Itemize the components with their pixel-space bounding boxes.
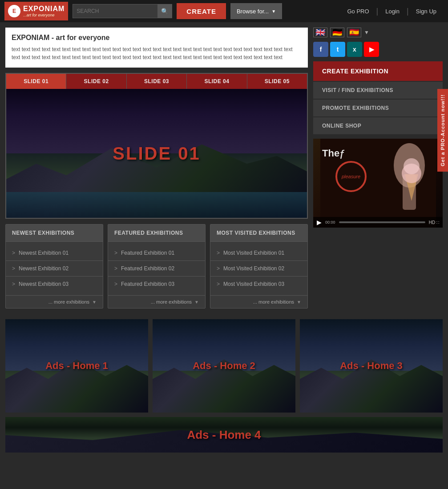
most-visited-exhibitions-list: > Most Visited Exhibition 01 > Most Visi… <box>210 242 307 295</box>
flag-de[interactable]: 🇩🇪 <box>330 28 344 37</box>
ads-row: Ads - Home 1 Ads - Home 2 Ads - Home 3 <box>0 319 448 413</box>
chevron-right-icon: > <box>217 265 220 272</box>
facebook-icon[interactable]: f <box>313 42 328 57</box>
logo-icon: E <box>8 5 20 17</box>
intro-text: text text text text text text text text … <box>12 45 302 61</box>
newest-more-exhibitions[interactable]: ... more exhibitions ▼ <box>6 295 103 308</box>
slide-tab-2[interactable]: SLIDE 02 <box>66 74 126 89</box>
newest-exhibitions-list: > Newest Exhibition 01 > Newest Exhibiti… <box>6 242 103 295</box>
ad-home-2[interactable]: Ads - Home 2 <box>153 319 295 413</box>
list-item[interactable]: > Most Visited Exhibition 03 <box>210 277 307 292</box>
ad-home-1[interactable]: Ads - Home 1 <box>5 319 148 413</box>
left-column: EXPONIAM - art for everyone text text te… <box>5 28 308 309</box>
most-visited-exhibitions-header: MOST VISITED EXHIBITIONS <box>210 224 307 242</box>
social-section: f t x ▶ <box>313 42 443 57</box>
video-title-text: The <box>322 148 339 159</box>
newest-exhibitions-card: NEWEST EXHIBITIONS > Newest Exhibition 0… <box>5 224 103 309</box>
slide-tabs: SLIDE 01 SLIDE 02 SLIDE 03 SLIDE 04 SLID… <box>6 74 307 89</box>
flag-es[interactable]: 🇪🇸 <box>347 28 361 37</box>
featured-exhibitions-card: FEATURED EXHIBITIONS > Featured Exhibiti… <box>108 224 206 309</box>
svg-point-5 <box>404 158 420 174</box>
slide-tab-5[interactable]: SLIDE 05 <box>247 74 307 89</box>
list-item[interactable]: > Featured Exhibition 03 <box>108 277 205 292</box>
exhibition-item-label: Featured Exhibition 01 <box>121 250 174 256</box>
ad-label-3: Ads - Home 3 <box>340 360 403 372</box>
slide-image: SLIDE 01 <box>6 89 307 218</box>
create-button[interactable]: CREATE <box>177 3 226 19</box>
search-input[interactable] <box>73 8 157 14</box>
featured-more-exhibitions[interactable]: ... more exhibitions ▼ <box>108 295 205 308</box>
featured-exhibitions-header: FEATURED EXHIBITIONS <box>108 224 205 242</box>
list-item[interactable]: > Newest Exhibition 02 <box>6 261 103 277</box>
video-circle-overlay: pleasure <box>335 161 367 192</box>
chevron-right-icon: > <box>12 250 15 256</box>
login-link[interactable]: Login <box>378 8 407 15</box>
pro-account-tab[interactable]: Get a PRO-Account now!!! <box>437 89 448 172</box>
chevron-down-icon: ▼ <box>92 300 97 305</box>
chevron-right-icon: > <box>12 265 15 272</box>
exhibition-item-label: Newest Exhibition 02 <box>19 265 69 272</box>
logo-sub: ...art for everyone <box>23 13 65 17</box>
video-controls: ▶ 00:00 HD ∷ <box>313 217 443 228</box>
youtube-icon[interactable]: ▶ <box>364 42 379 57</box>
video-progress-bar[interactable] <box>339 221 425 223</box>
slide-tab-3[interactable]: SLIDE 03 <box>127 74 187 89</box>
create-exhibition-button[interactable]: CREATE EXHIBITION <box>313 61 443 81</box>
exhibitions-row: NEWEST EXHIBITIONS > Newest Exhibition 0… <box>5 224 308 309</box>
search-bar: 🔍 <box>73 4 172 18</box>
ad-label-2: Ads - Home 2 <box>193 360 255 372</box>
most-visited-exhibitions-card: MOST VISITED EXHIBITIONS > Most Visited … <box>210 224 308 309</box>
ad-label-1: Ads - Home 1 <box>45 360 108 372</box>
ad-home-3[interactable]: Ads - Home 3 <box>300 319 443 413</box>
list-item[interactable]: > Newest Exhibition 01 <box>6 245 103 261</box>
exhibition-item-label: Newest Exhibition 01 <box>19 250 69 256</box>
visit-find-exhibitions-link[interactable]: VISIT / FIND EXHIBITIONS <box>313 82 443 99</box>
language-dropdown-icon[interactable]: ▼ <box>364 29 369 36</box>
flag-uk[interactable]: 🇬🇧 <box>313 28 327 37</box>
chevron-right-icon: > <box>12 281 15 287</box>
search-button[interactable]: 🔍 <box>157 4 172 18</box>
slideshow: SLIDE 01 SLIDE 02 SLIDE 03 SLIDE 04 SLID… <box>5 73 308 219</box>
more-exhibitions-label: ... more exhibitions <box>253 299 294 305</box>
most-visited-more-exhibitions[interactable]: ... more exhibitions ▼ <box>210 295 307 308</box>
promote-exhibitions-link[interactable]: PROMOTE EXHIBITIONS <box>313 100 443 116</box>
video-time: 00:00 <box>325 220 335 224</box>
exhibition-item-label: Most Visited Exhibition 02 <box>223 265 284 272</box>
video-play-button[interactable]: ▶ <box>317 219 322 226</box>
list-item[interactable]: > Most Visited Exhibition 02 <box>210 261 307 277</box>
browse-label: Browse for... <box>237 8 269 15</box>
twitter-icon[interactable]: t <box>330 42 345 57</box>
list-item[interactable]: > Most Visited Exhibition 01 <box>210 245 307 261</box>
list-item[interactable]: > Featured Exhibition 02 <box>108 261 205 277</box>
xing-icon[interactable]: x <box>347 42 362 57</box>
ad-home-4[interactable]: Ads - Home 4 <box>5 417 443 453</box>
chevron-down-icon: ▼ <box>194 300 199 305</box>
video-hd-label: HD ∷ <box>429 220 439 225</box>
intro-section: EXPONIAM - art for everyone text text te… <box>5 28 308 68</box>
more-exhibitions-label: ... more exhibitions <box>151 299 192 305</box>
logo[interactable]: E EXPONIAM ...art for everyone <box>4 2 68 20</box>
signup-link[interactable]: Sign Up <box>409 8 444 15</box>
newest-exhibitions-header: NEWEST EXHIBITIONS <box>6 224 103 242</box>
slide-tab-1[interactable]: SLIDE 01 <box>6 74 66 89</box>
chevron-down-icon: ▼ <box>297 300 301 305</box>
online-shop-link[interactable]: ONLINE SHOP <box>313 117 443 134</box>
chevron-right-icon: > <box>114 281 117 287</box>
browse-button[interactable]: Browse for... ▼ <box>230 3 282 19</box>
exhibition-item-label: Most Visited Exhibition 01 <box>223 250 284 256</box>
list-item[interactable]: > Featured Exhibition 01 <box>108 245 205 261</box>
slide-water <box>6 192 307 218</box>
browse-arrow-icon: ▼ <box>271 9 276 14</box>
chevron-right-icon: > <box>114 265 117 272</box>
slide-tab-4[interactable]: SLIDE 04 <box>187 74 247 89</box>
intro-title: EXPONIAM - art for everyone <box>12 34 302 42</box>
go-pro-link[interactable]: Go PRO <box>340 8 376 15</box>
exhibition-item-label: Featured Exhibition 03 <box>121 281 174 287</box>
slide-label: SLIDE 01 <box>113 144 200 164</box>
more-exhibitions-label: ... more exhibitions <box>48 299 89 305</box>
logo-name: EXPONIAM <box>23 5 65 13</box>
header: E EXPONIAM ...art for everyone 🔍 CREATE … <box>0 0 448 22</box>
video-f-text: f <box>340 148 343 162</box>
featured-exhibitions-list: > Featured Exhibition 01 > Featured Exhi… <box>108 242 205 295</box>
list-item[interactable]: > Newest Exhibition 03 <box>6 277 103 292</box>
